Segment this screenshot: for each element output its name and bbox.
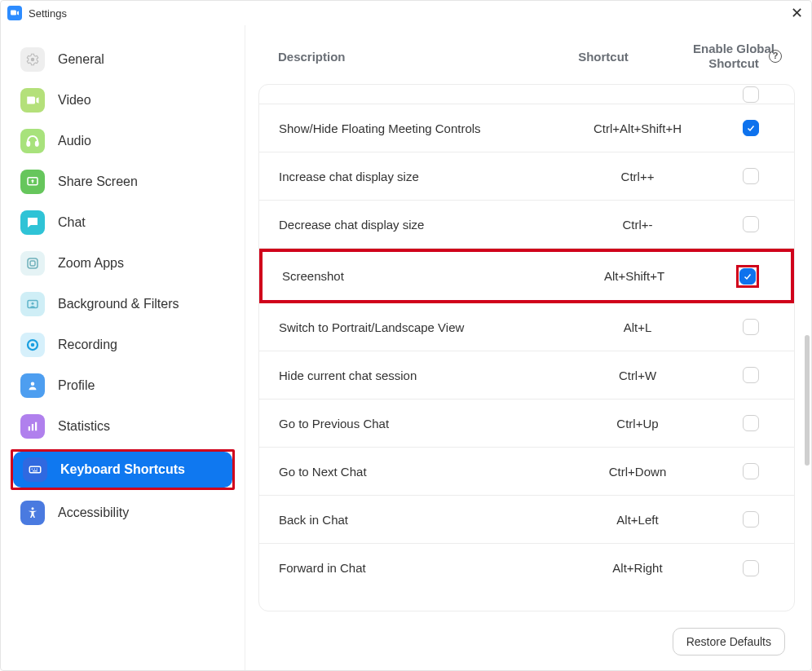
sidebar-item-general[interactable]: General	[11, 42, 235, 77]
shortcuts-table: Read active speaker name Ctrl+2 Show/Hid…	[258, 84, 795, 611]
shortcuts-panel: Description Shortcut Enable Global Short…	[245, 25, 811, 670]
global-shortcut-checkbox[interactable]	[743, 216, 759, 232]
svg-point-19	[32, 507, 34, 510]
restore-defaults-button[interactable]: Restore Defaults	[673, 628, 785, 656]
row-shortcut[interactable]: Ctrl+-	[556, 218, 719, 232]
statistics-icon	[20, 414, 45, 439]
global-shortcut-checkbox[interactable]	[743, 367, 759, 383]
global-shortcut-checkbox[interactable]	[743, 511, 759, 528]
sidebar-item-label: Share Screen	[58, 174, 138, 189]
global-shortcut-checkbox[interactable]	[739, 268, 756, 285]
global-shortcut-checkbox[interactable]	[743, 120, 759, 136]
sidebar-item-video[interactable]: Video	[11, 82, 235, 118]
row-shortcut[interactable]: Alt+Left	[556, 513, 719, 527]
table-row[interactable]: Increase chat display size Ctrl++	[259, 152, 794, 201]
sidebar-item-label: Chat	[58, 215, 86, 230]
sidebar-item-label: Background & Filters	[58, 297, 179, 311]
global-shortcut-checkbox[interactable]	[743, 319, 759, 335]
row-description: Decrease chat display size	[279, 218, 556, 232]
recording-icon	[20, 333, 45, 357]
row-description: Go to Previous Chat	[279, 417, 556, 430]
table-row[interactable]: Read active speaker name Ctrl+2	[259, 85, 794, 104]
sidebar-item-label: Recording	[58, 338, 117, 352]
svg-rect-14	[29, 466, 41, 473]
global-shortcut-checkbox[interactable]	[743, 560, 759, 576]
sidebar-item-chat[interactable]: Chat	[11, 205, 235, 241]
profile-icon	[20, 373, 45, 398]
sidebar-item-profile[interactable]: Profile	[11, 368, 235, 404]
row-shortcut[interactable]: Ctrl+W	[556, 369, 719, 382]
sidebar-item-label: Video	[58, 93, 91, 108]
row-shortcut[interactable]: Ctrl+Up	[556, 417, 719, 430]
table-row[interactable]: Forward in Chat Alt+Right	[259, 544, 794, 592]
video-icon	[20, 88, 45, 113]
sidebar-item-keyboard-shortcuts[interactable]: Keyboard Shortcuts	[13, 452, 232, 488]
col-description: Description	[278, 50, 518, 64]
sidebar-item-share-screen[interactable]: Share Screen	[11, 164, 235, 200]
svg-point-7	[32, 302, 34, 305]
row-shortcut[interactable]: Ctrl++	[556, 170, 719, 183]
svg-rect-11	[29, 426, 30, 430]
sidebar-item-label: General	[58, 52, 104, 67]
headphones-icon	[20, 129, 45, 153]
row-shortcut[interactable]: Alt+L	[556, 320, 719, 334]
row-shortcut[interactable]: Alt+Right	[556, 561, 719, 575]
svg-point-9	[31, 343, 35, 347]
close-icon[interactable]: ✕	[787, 3, 806, 23]
global-shortcut-checkbox[interactable]	[743, 168, 759, 184]
row-shortcut[interactable]: Ctrl+Down	[556, 465, 719, 479]
sidebar-item-statistics[interactable]: Statistics	[11, 408, 235, 444]
sidebar-item-label: Audio	[58, 134, 91, 148]
sidebar-item-label: Profile	[58, 378, 95, 393]
global-shortcut-checkbox[interactable]	[743, 463, 759, 479]
svg-point-15	[32, 469, 33, 470]
table-row-screenshot[interactable]: Screenshot Alt+Shift+T	[263, 252, 791, 300]
sidebar-item-audio[interactable]: Audio	[11, 123, 235, 159]
svg-point-10	[31, 382, 35, 386]
global-shortcut-checkbox[interactable]	[743, 415, 759, 431]
svg-rect-1	[27, 142, 29, 146]
row-description: Forward in Chat	[279, 561, 556, 575]
svg-point-17	[37, 469, 38, 470]
sidebar-item-zoom-apps[interactable]: Zoom Apps	[11, 245, 235, 281]
table-row[interactable]: Go to Previous Chat Ctrl+Up	[259, 400, 794, 448]
zoom-icon	[7, 6, 22, 20]
col-shortcut: Shortcut	[518, 50, 689, 64]
col-enable-global: Enable Global Shortcut ?	[689, 42, 779, 71]
table-row[interactable]: Back in Chat Alt+Left	[259, 496, 794, 544]
row-description: Increase chat display size	[279, 170, 556, 183]
accessibility-icon	[20, 501, 45, 525]
row-description: Screenshot	[282, 269, 553, 283]
table-row[interactable]: Show/Hide Floating Meeting Controls Ctrl…	[259, 104, 794, 152]
sidebar-item-label: Zoom Apps	[58, 256, 124, 271]
window-title: Settings	[29, 7, 67, 20]
row-shortcut[interactable]: Ctrl+Alt+Shift+H	[556, 121, 719, 135]
row-description: Hide current chat session	[279, 369, 556, 382]
sidebar-item-recording[interactable]: Recording	[11, 327, 235, 363]
svg-rect-12	[32, 424, 33, 430]
sidebar-item-label: Keyboard Shortcuts	[60, 462, 185, 477]
svg-rect-4	[28, 258, 38, 268]
svg-rect-13	[35, 422, 37, 431]
table-row[interactable]: Decrease chat display size Ctrl+-	[259, 201, 794, 249]
scrollbar-thumb[interactable]	[805, 335, 810, 466]
table-header: Description Shortcut Enable Global Short…	[245, 25, 803, 84]
table-row[interactable]: Hide current chat session Ctrl+W	[259, 351, 794, 400]
sidebar-item-label: Accessibility	[58, 505, 129, 520]
table-row[interactable]: Switch to Portrait/Landscape View Alt+L	[259, 303, 794, 351]
titlebar: Settings ✕	[1, 1, 811, 25]
sidebar-item-background-filters[interactable]: Background & Filters	[11, 286, 235, 322]
share-screen-icon	[20, 170, 45, 194]
gear-icon	[20, 47, 45, 72]
row-shortcut[interactable]: Alt+Shift+T	[553, 269, 716, 283]
sidebar-item-accessibility[interactable]: Accessibility	[11, 495, 235, 531]
row-description: Back in Chat	[279, 513, 556, 527]
sidebar: General Video Audio Share Screen	[1, 25, 245, 670]
help-icon[interactable]: ?	[769, 50, 782, 63]
table-row[interactable]: Go to Next Chat Ctrl+Down	[259, 448, 794, 496]
global-shortcut-checkbox[interactable]	[743, 86, 759, 103]
keyboard-icon	[23, 457, 47, 482]
settings-window: Settings ✕ General Video Audio	[0, 0, 812, 671]
svg-point-16	[34, 469, 36, 470]
sidebar-item-label: Statistics	[58, 419, 110, 434]
